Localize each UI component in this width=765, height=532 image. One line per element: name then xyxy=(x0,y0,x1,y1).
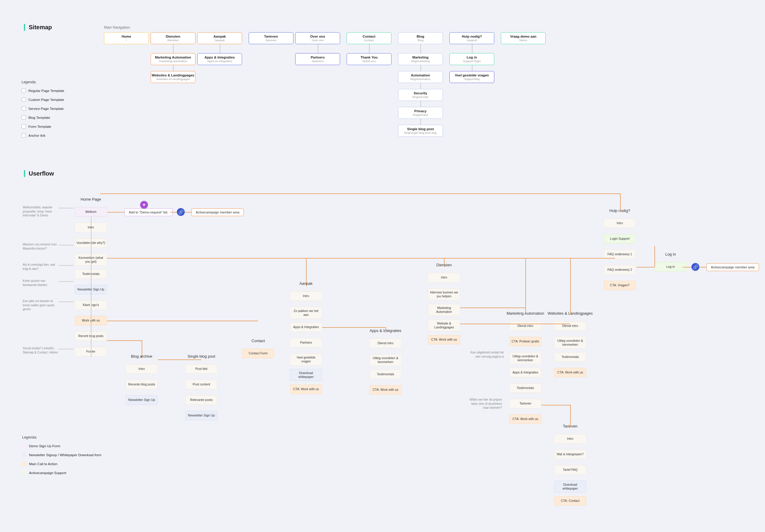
legend-item-anchor: Anchor link xyxy=(22,133,45,137)
sitemap-node[interactable]: Apps & Integraties/apps-en-integraties xyxy=(197,53,242,65)
sitemap-node[interactable]: Partners#partners xyxy=(295,53,340,65)
home-title: Home Page xyxy=(67,197,115,201)
sitemap-node[interactable]: Blog/blog xyxy=(398,32,443,44)
home-item: Welkom xyxy=(75,207,107,217)
apps-item: Testimonials xyxy=(370,370,401,379)
marketing-automation-item: CTA: Work with us xyxy=(509,414,541,424)
sitemap-node[interactable]: Vraag demo aan/demo xyxy=(501,32,546,44)
contact-item: Contact Form xyxy=(242,349,274,358)
apps-item: Dienst intro xyxy=(370,339,401,348)
sitemap-node[interactable]: Hulp nodig?/support xyxy=(449,32,494,44)
legend-uf-demo: Demo Sign Up Form xyxy=(22,444,60,448)
side-note: Welkomsttitel, waarde-propositie, knop '… xyxy=(23,205,59,218)
single-post-item: Post titel xyxy=(185,364,218,374)
hulp-item: FAQ onderwerp 2 xyxy=(604,265,636,275)
apps-item: CTA: Work with us xyxy=(370,385,401,395)
aanpak-item: Intro xyxy=(290,291,322,301)
tarieven-item: Tarief FAQ xyxy=(554,465,586,475)
tarieven-item: CTA: Contact xyxy=(554,496,586,506)
side-note: Willen we hier de prijzen laten zien of … xyxy=(466,398,502,410)
userflow-title: Userflow xyxy=(24,170,54,177)
automation-icon: ✦ xyxy=(140,201,148,209)
diensten-item: Hiermee kunnen we jou helpen xyxy=(428,288,460,300)
aanpak-item: Partners xyxy=(290,338,322,348)
sitemap-title: Sitemap xyxy=(24,24,52,31)
single-post-title: Single blog post xyxy=(178,354,225,359)
legend-item-service: Service Page Template xyxy=(22,106,64,111)
legend-uf-nl: Newsletter Signup / Whitepaper Download … xyxy=(22,452,101,457)
sitemap-node[interactable]: Websites & Landingpages/websites-en-land… xyxy=(151,71,196,83)
legend-item-custom: Custom Page Template xyxy=(22,97,64,102)
legend-uf-ac: Activecampaign Support xyxy=(22,470,66,475)
sitemap-node[interactable]: Veel gestelde vragen/support#faq xyxy=(449,71,494,83)
side-note: Een plek om klanten te tonen welke geen … xyxy=(23,299,59,311)
legend-item-blog: Blog Template xyxy=(22,115,50,120)
side-note: Korte quotes van bestaande klanten xyxy=(23,279,59,287)
login-title: Log in xyxy=(647,252,694,256)
sitemap-node[interactable]: Diensten/diensten xyxy=(151,32,196,44)
tarieven-item: Download whitepaper xyxy=(554,481,586,493)
blog-archive-item: Newsletter Sign Up xyxy=(126,395,158,405)
diensten-item: Marketing Automation xyxy=(428,304,460,316)
aanpak-item: Download whitepaper xyxy=(290,369,322,381)
websites-landingpages-item: Dienst intro xyxy=(554,321,586,331)
login-item: Log in xyxy=(654,262,687,272)
marketing-automation-item: Apps & Integraties xyxy=(509,368,541,377)
websites-landingpages-item: CTA: Work with us xyxy=(554,368,586,377)
main-nav-label: Main Navigation: xyxy=(104,25,131,30)
link-icon: 🔗 xyxy=(177,208,185,216)
sitemap-node[interactable]: Home/ xyxy=(104,32,149,44)
diensten-item: CTA: Work with us xyxy=(428,335,460,345)
flow-ac-member-area: Activecampaign member area xyxy=(191,208,244,216)
sitemap-node[interactable]: Automationblog/automation xyxy=(398,71,443,83)
sitemap-node[interactable]: Aanpak/aanpak xyxy=(197,32,242,44)
diensten-item: Intro xyxy=(428,273,460,282)
contact-title: Contact xyxy=(234,339,282,343)
flow-ac-member-area-2: Activecampaign member area xyxy=(706,263,759,271)
sitemap-node[interactable]: Privacyblog/privacy xyxy=(398,107,443,119)
sitemap-node[interactable]: Single blog postblog/single-blog-post-sl… xyxy=(398,125,443,137)
blog-archive-item: Recente blog posts xyxy=(126,380,158,389)
legend-item-form: Form Template xyxy=(22,124,51,129)
tarieven-item: Intro xyxy=(554,434,586,444)
aanpak-item: CTA: Work with us xyxy=(290,385,322,394)
legend-title-sitemap: Legenda: xyxy=(22,80,36,84)
sitemap-node[interactable]: Marketing Automation/marketing-automatio… xyxy=(151,53,196,65)
hulp-title: Hulp nodig? xyxy=(596,208,644,213)
sitemap-node[interactable]: Contact/contact xyxy=(347,32,391,44)
sitemap-node[interactable]: Log in/support?login xyxy=(449,53,494,65)
websites-landingpages-item: Testimonials xyxy=(554,352,586,362)
side-note: Social media? LinkedIn, Sitemap & Contac… xyxy=(23,346,59,354)
marketing-automation-item: Testimonials xyxy=(509,383,541,393)
side-note: Kan uitgebreid omdat het een vervolg pag… xyxy=(468,351,504,359)
single-post-item: Relevante posts xyxy=(185,395,218,405)
link-icon: 🔗 xyxy=(691,263,699,271)
legend-item-regular: Regular Page Template xyxy=(22,88,64,93)
hulp-item: Login Support xyxy=(604,234,636,244)
apps-item: Uitleg voordelen & kenmerken xyxy=(370,354,401,366)
aanpak-item: Apps & Integraties xyxy=(290,322,322,332)
side-note: Waarom zou iemand voor Maasinfra kiezen? xyxy=(23,242,59,250)
sitemap-node[interactable]: Securityblog/security xyxy=(398,89,443,101)
sitemap-node[interactable]: Thank You/thank-you xyxy=(347,53,391,65)
hulp-item: CTA: Vragen? xyxy=(604,281,636,290)
marketing-automation-item: CTA: Probeer gratis xyxy=(509,337,541,346)
tarieven-item: Wat is inbegrepen? xyxy=(554,449,586,459)
single-post-item: Newsletter Sign Up xyxy=(185,411,218,420)
flow-demo-request: Add to "Demo-request" list. xyxy=(124,208,173,216)
legend-title-userflow: Legenda: xyxy=(22,435,37,439)
websites-landingpages-item: Uitleg voordelen & kenmerken xyxy=(554,337,586,349)
aanpak-item: Veel gestelde vragen xyxy=(290,354,322,366)
diensten-item: Website & Landingpages xyxy=(428,320,460,331)
marketing-automation-item: Uitleg voordelen & kenmerken xyxy=(509,352,541,364)
legend-uf-cta: Main Call to Action xyxy=(22,461,57,466)
marketing-automation-item: Dienst intro xyxy=(509,321,541,331)
sitemap-node[interactable]: Over ons/over-ons xyxy=(295,32,340,44)
side-note: Als ik overtuigd ben, wat krijg ik dan? xyxy=(23,263,59,271)
blog-archive-item: Intro xyxy=(126,364,158,374)
hulp-item: Intro xyxy=(604,218,636,228)
aanpak-item: Zo pakken we het aan xyxy=(290,307,322,319)
sitemap-node[interactable]: Tarieven/tarieven xyxy=(249,32,294,44)
marketing-automation-item: Tarieven xyxy=(509,399,541,408)
sitemap-node[interactable]: Marketingblog/marketing xyxy=(398,53,443,65)
